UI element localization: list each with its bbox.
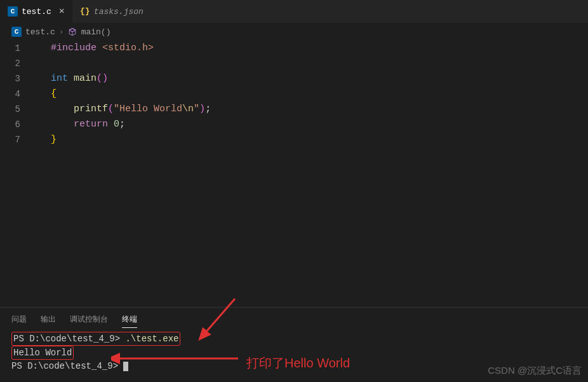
- editor-tabs: C test.c × {} tasks.json: [0, 0, 588, 23]
- c-file-icon: C: [8, 6, 18, 17]
- panel-tab-output[interactable]: 输出: [41, 314, 56, 328]
- json-file-icon: {}: [80, 6, 90, 17]
- line-number: 2: [0, 56, 20, 71]
- code-area[interactable]: #include <stdio.h> int main() { printf("…: [32, 41, 588, 147]
- symbol-method-icon: [68, 27, 77, 37]
- close-icon[interactable]: ×: [59, 6, 65, 17]
- breadcrumb-file[interactable]: test.c: [25, 27, 55, 37]
- tab-label: tasks.json: [94, 7, 144, 17]
- tab-tasks-json[interactable]: {} tasks.json: [72, 0, 151, 23]
- line-gutter: 1 2 3 4 5 6 7: [0, 41, 32, 147]
- tab-label: test.c: [22, 7, 51, 17]
- panel-tab-terminal[interactable]: 终端: [122, 314, 137, 328]
- code-editor[interactable]: 1 2 3 4 5 6 7 #include <stdio.h> int mai…: [0, 41, 588, 147]
- terminal-cursor: [123, 362, 128, 371]
- panel-tab-debug-console[interactable]: 调试控制台: [70, 314, 108, 328]
- line-number: 5: [0, 102, 20, 117]
- watermark: CSDN @沉浸式C语言: [488, 365, 582, 377]
- annotation-text: 打印了Hello World: [246, 355, 350, 372]
- c-file-icon: C: [11, 27, 22, 37]
- terminal-line: PS D:\code\test_4_9> .\test.exe: [11, 332, 180, 346]
- line-number: 6: [0, 117, 20, 132]
- terminal-output: Hello World: [11, 346, 74, 360]
- tab-test-c[interactable]: C test.c ×: [0, 0, 72, 23]
- panel-tabs: 问题 输出 调试控制台 终端: [0, 308, 588, 331]
- line-number: 4: [0, 86, 20, 102]
- panel-tab-problems[interactable]: 问题: [11, 314, 27, 328]
- line-number: 7: [0, 132, 20, 147]
- chevron-right-icon: ›: [59, 27, 64, 37]
- line-number: 1: [0, 41, 20, 56]
- terminal-prompt: PS D:\code\test_4_9>: [11, 361, 118, 371]
- breadcrumb-symbol[interactable]: main(): [81, 27, 111, 37]
- breadcrumb: C test.c › main(): [0, 23, 588, 41]
- line-number: 3: [0, 71, 20, 86]
